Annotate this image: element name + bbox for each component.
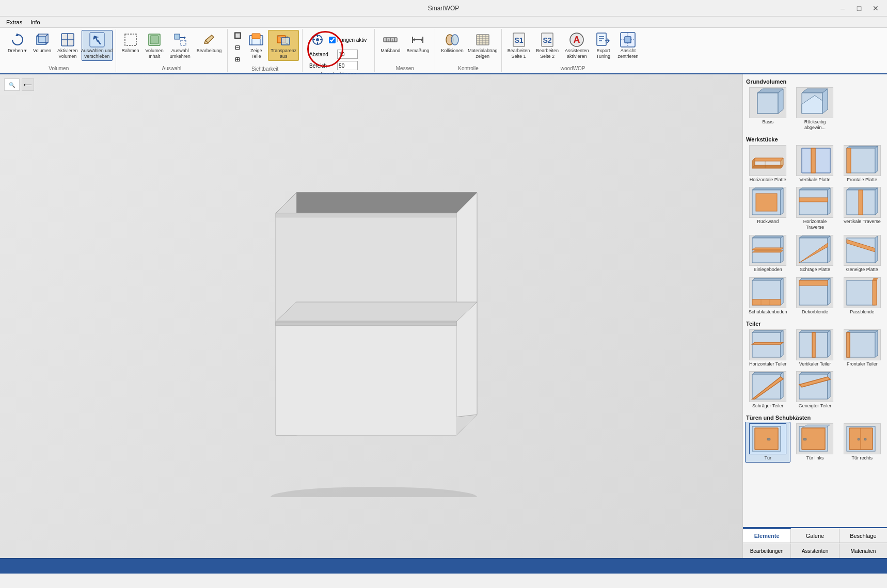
export-tuning-label: ExportTuning	[596, 48, 610, 59]
rahmen-label: Rahmen	[122, 48, 139, 54]
panel-item-horiz-teiler[interactable]: Horizontaler Teiler	[745, 328, 790, 369]
minimize-button[interactable]: –	[835, 3, 850, 14]
panel-item-horiz-traverse[interactable]: Horizontale Traverse	[792, 185, 837, 232]
panel-item-vert-traverse[interactable]: Vertikale Traverse	[840, 185, 885, 232]
bearbeiten-s2-label: BearbeitenSeite 2	[536, 48, 559, 59]
ribbon-group-sichtbarkeit-label: Sichtbarkeit	[251, 65, 278, 72]
panel-item-vert-teiler[interactable]: Vertikaler Teiler	[792, 328, 837, 369]
panel-scroll[interactable]: Grundvolumen Basis	[743, 74, 887, 527]
panel-item-passblende[interactable]: Passblende	[840, 276, 885, 316]
ribbon-btn-transparenz[interactable]: Transparenzaus	[268, 30, 299, 61]
ribbon-group-woodwop-label: woodWOP	[561, 65, 585, 71]
statusbar	[0, 558, 887, 574]
panel-item-schublastenboden[interactable]: Schublastenboden	[745, 276, 790, 316]
ribbon-btn-bearbeiten-s1[interactable]: S1 BearbeitenSeite 1	[505, 30, 533, 61]
panel-item-schraege-platte[interactable]: Schräge Platte	[792, 233, 837, 274]
ribbon-btn-small-1[interactable]: 🔲	[231, 30, 244, 41]
ribbon-btn-bearbeiten-s2[interactable]: S2 BearbeitenSeite 2	[533, 30, 561, 61]
svg-marker-127	[799, 278, 830, 280]
bearbeitung-label: Bearbeitung	[197, 48, 222, 54]
ribbon-btn-volumen[interactable]: Volumen	[30, 30, 54, 55]
ribbon-btn-export-tuning[interactable]: ExportTuning	[592, 30, 614, 61]
svg-marker-95	[875, 146, 878, 173]
tab-bearbeitungen[interactable]: Bearbeitungen	[743, 543, 791, 558]
panel-item-dekorblende[interactable]: Dekorblende	[792, 276, 837, 316]
panel-item-geneigter-teiler-thumb	[796, 371, 833, 402]
tab-materialien[interactable]: Materialien	[840, 543, 887, 558]
bereich-input[interactable]	[337, 61, 358, 70]
ribbon-btn-massband[interactable]: Maßband	[378, 30, 403, 55]
panel-item-tuer-2[interactable]: Tür links	[792, 422, 837, 463]
svg-marker-89	[802, 148, 830, 173]
ribbon-btn-volumen-inhalt[interactable]: VolumenInhalt	[143, 30, 166, 61]
menu-info[interactable]: Info	[26, 18, 44, 26]
ribbon-btn-assistenten-aktivieren[interactable]: A Assistentenaktivieren	[562, 30, 592, 61]
ribbon-btn-materialabtrag[interactable]: Materialabtragzeigen	[467, 30, 498, 61]
panel-item-frontaler-teiler[interactable]: Frontaler Teiler	[840, 328, 885, 369]
panel-item-basis[interactable]: Basis	[745, 86, 790, 132]
messen-items: Maßband Bemaßung	[378, 30, 432, 65]
fangen-aktiv-check[interactable]: Fangen aktiv	[328, 36, 368, 44]
abstand-input[interactable]	[337, 50, 358, 59]
panel-item-tuer-3[interactable]: Tür rechts	[840, 422, 885, 463]
ribbon-btn-auswaehlen[interactable]: Auswählen undVerschieben	[82, 30, 113, 61]
panel-item-rueckseitig[interactable]: Rückseitig abgewin...	[792, 86, 837, 132]
assistenten-aktivieren-label: Assistentenaktivieren	[565, 48, 589, 59]
svg-rect-135	[752, 332, 781, 357]
panel-item-tuer-3-thumb	[844, 423, 881, 454]
menu-extras[interactable]: Extras	[2, 18, 26, 26]
svg-rect-108	[859, 190, 863, 215]
volumen-icon	[34, 31, 51, 48]
fangen-icon-btn[interactable]	[309, 32, 326, 47]
panel-item-einlegeboden-thumb	[749, 235, 786, 266]
ribbon-btn-drehen[interactable]: Drehen ▾	[5, 30, 29, 55]
panel-item-schraeger-teiler[interactable]: Schräger Teiler	[745, 370, 790, 410]
ribbon-group-auswahl-items: Rahmen VolumenInhalt Auswahlumkehren Bea…	[119, 30, 225, 65]
svg-rect-156	[767, 438, 770, 440]
panel-item-rueckwand[interactable]: Rückwand	[745, 185, 790, 232]
ribbon-group-sichtbarkeit-items: 🔲 ⊟ ⊞ ZeigeTeile	[231, 30, 299, 65]
ribbon-group-volumen-label: Volumen	[49, 65, 69, 71]
panel-item-horiz-platte[interactable]: Horizontale Platte	[745, 144, 790, 184]
ribbon-btn-aktivieren[interactable]: AktivierenVolumen	[55, 30, 81, 61]
ribbon-group-messen-label: Messen	[396, 65, 414, 71]
svg-marker-87	[752, 165, 783, 168]
panel-item-geneigter-teiler[interactable]: Geneigter Teiler	[792, 370, 837, 410]
svg-point-42	[451, 35, 458, 45]
viewport-search: 🔍	[4, 78, 20, 91]
tab-beschlaege[interactable]: Beschläge	[840, 528, 887, 543]
tab-assistenten[interactable]: Assistenten	[791, 543, 839, 558]
svg-rect-160	[803, 438, 806, 440]
panel-item-schraege-platte-label: Schräge Platte	[800, 267, 830, 273]
ribbon-btn-small-3[interactable]: ⊞	[231, 54, 244, 65]
panel-item-geneigte-platte[interactable]: Geneigte Platte	[840, 233, 885, 274]
ribbon-btn-zeige-teile[interactable]: ZeigeTeile	[245, 30, 267, 61]
ribbon-btn-bemabung[interactable]: Bemaßung	[404, 30, 432, 55]
svg-text:A: A	[574, 35, 580, 45]
panel-item-einlegeboden[interactable]: Einlegeboden	[745, 233, 790, 274]
ribbon-btn-bearbeitung[interactable]: Bearbeitung	[194, 30, 225, 55]
viewport-btn[interactable]: ⟵	[22, 78, 34, 91]
ribbon-btn-kollisionen[interactable]: Kollisionen	[438, 30, 466, 55]
titlebar-controls: – □ ✕	[835, 0, 883, 16]
ribbon-btn-small-2[interactable]: ⊟	[231, 42, 244, 53]
panel-item-tuer-1[interactable]: Tür	[745, 422, 790, 463]
ribbon-group-messen: Maßband Bemaßung Messen	[375, 29, 435, 72]
tab-galerie[interactable]: Galerie	[791, 528, 839, 543]
panel-item-frontale-platte[interactable]: Frontale Platte	[840, 144, 885, 184]
close-button[interactable]: ✕	[868, 3, 883, 14]
svg-rect-141	[812, 332, 815, 357]
svg-rect-77	[757, 93, 778, 114]
fangen-aktiv-checkbox[interactable]	[329, 37, 336, 43]
auswahl-umkehren-icon	[172, 31, 188, 48]
ribbon-btn-ansicht-zentrieren[interactable]: Ansichtzentrieren	[615, 30, 641, 61]
svg-marker-109	[752, 236, 783, 238]
svg-marker-107	[875, 188, 878, 215]
maximize-button[interactable]: □	[852, 3, 866, 14]
svg-text:S1: S1	[514, 36, 523, 44]
ribbon-btn-rahmen[interactable]: Rahmen	[119, 30, 142, 55]
tab-elemente[interactable]: Elemente	[743, 528, 791, 543]
svg-rect-145	[847, 332, 850, 357]
panel-item-vert-platte[interactable]: Vertikale Platte	[792, 144, 837, 184]
ribbon-btn-auswahl-umkehren[interactable]: Auswahlumkehren	[167, 30, 193, 61]
